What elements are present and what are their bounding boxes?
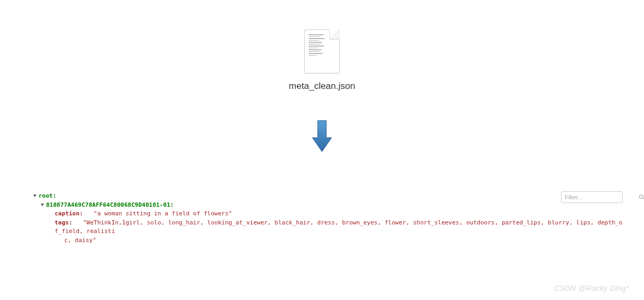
json-tags-value-line1: "WeThinkIn,1girl, solo, long_hair, looki… xyxy=(55,219,623,235)
search-icon xyxy=(639,194,644,200)
file-section: meta_clean.json xyxy=(0,29,644,92)
json-id-row[interactable]: ▼ 810877A469C78AFF64C80068C9D40101-01: xyxy=(32,201,623,210)
json-id-key: 810877A469C78AFF64C80068C9D40101-01: xyxy=(46,201,174,210)
file-name-label: meta_clean.json xyxy=(289,81,355,92)
json-tags-row: tags: "WeThinkIn,1girl, solo, long_hair,… xyxy=(32,219,623,236)
watermark: CSDN @Rocky Ding* xyxy=(554,284,629,292)
json-caption-row: caption: "a woman sitting in a field of … xyxy=(32,209,623,219)
json-root-key: root: xyxy=(39,192,56,201)
json-tags-value-line2: c, daisy" xyxy=(32,236,623,245)
json-root-row[interactable]: ▼ root: xyxy=(32,192,623,201)
arrow-down-icon xyxy=(311,119,333,155)
json-tags-key: tags: xyxy=(55,219,72,226)
json-caption-value: "a woman sitting in a field of flowers" xyxy=(94,210,232,217)
toggle-icon[interactable]: ▼ xyxy=(32,192,38,200)
toggle-icon[interactable]: ▼ xyxy=(40,201,45,209)
json-caption-key: caption: xyxy=(55,210,83,217)
json-viewer: ▼ root: ▼ 810877A469C78AFF64C80068C9D401… xyxy=(32,192,623,245)
file-icon xyxy=(304,29,340,73)
